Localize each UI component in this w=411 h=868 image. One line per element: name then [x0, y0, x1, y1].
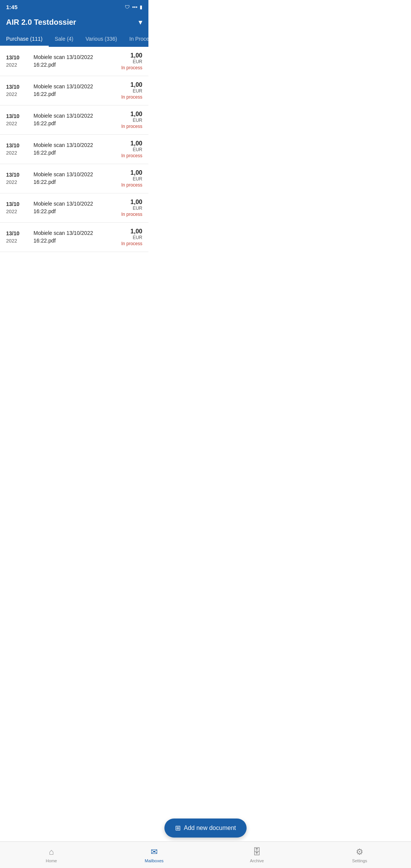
- item-filename-area: Mobiele scan 13/10/2022 16:22.pdf: [29, 140, 112, 158]
- item-filename-area: Mobiele scan 13/10/2022 16:22.pdf: [29, 81, 112, 100]
- item-date: 13/10 2022: [6, 81, 29, 100]
- item-date: 13/10 2022: [6, 169, 29, 188]
- home-icon: ⌂: [49, 847, 54, 857]
- nav-home-label: Home: [46, 858, 57, 863]
- item-status: In process: [121, 153, 142, 158]
- nav-mailboxes[interactable]: ✉ Mailboxes: [103, 842, 148, 868]
- item-amount-area: 1,00 EUR In process: [112, 169, 142, 188]
- item-amount-area: 1,00 EUR In process: [112, 140, 142, 158]
- item-filename-area: Mobiele scan 13/10/2022 16:22.pdf: [29, 52, 112, 70]
- list-item[interactable]: 13/10 2022 Mobiele scan 13/10/2022 16:22…: [0, 223, 148, 252]
- list-item[interactable]: 13/10 2022 Mobiele scan 13/10/2022 16:22…: [0, 164, 148, 193]
- item-filename: Mobiele scan 13/10/2022 16:22.pdf: [33, 171, 107, 186]
- item-amount: 1,00: [131, 228, 142, 235]
- item-amount: 1,00: [131, 199, 142, 206]
- tab-sale[interactable]: Sale (4): [49, 32, 80, 47]
- item-currency: EUR: [133, 235, 142, 240]
- tab-bar: Purchase (111) Sale (4) Various (336) In…: [0, 32, 148, 47]
- item-filename: Mobiele scan 13/10/2022 16:22.pdf: [33, 230, 107, 244]
- item-status: In process: [121, 124, 142, 129]
- item-status: In process: [121, 65, 142, 70]
- document-list: 13/10 2022 Mobiele scan 13/10/2022 16:22…: [0, 47, 148, 309]
- list-item[interactable]: 13/10 2022 Mobiele scan 13/10/2022 16:22…: [0, 47, 148, 76]
- list-item[interactable]: 13/10 2022 Mobiele scan 13/10/2022 16:22…: [0, 193, 148, 223]
- item-currency: EUR: [133, 176, 142, 182]
- item-status: In process: [121, 94, 142, 100]
- item-amount-area: 1,00 EUR In process: [112, 228, 142, 246]
- signal-icon: ▪▪▪: [132, 4, 137, 10]
- item-filename-area: Mobiele scan 13/10/2022 16:22.pdf: [29, 111, 112, 129]
- nav-home[interactable]: ⌂ Home: [0, 842, 103, 868]
- status-time: 1:45: [6, 4, 18, 10]
- item-date: 13/10 2022: [6, 228, 29, 246]
- item-filename-area: Mobiele scan 13/10/2022 16:22.pdf: [29, 228, 112, 246]
- tab-purchase[interactable]: Purchase (111): [0, 32, 49, 47]
- tab-inprocess[interactable]: In Process (: [123, 32, 148, 47]
- item-amount-area: 1,00 EUR In process: [112, 52, 142, 70]
- tab-various[interactable]: Various (336): [80, 32, 123, 47]
- item-amount: 1,00: [131, 140, 142, 147]
- item-date: 13/10 2022: [6, 111, 29, 129]
- status-bar: 1:45 🛡 ▪▪▪ ▮: [0, 0, 148, 14]
- app-header: AIR 2.0 Testdossier ▾: [0, 14, 148, 32]
- item-currency: EUR: [133, 59, 142, 64]
- item-filename: Mobiele scan 13/10/2022 16:22.pdf: [33, 142, 107, 156]
- item-status: In process: [121, 212, 142, 217]
- item-amount: 1,00: [131, 111, 142, 118]
- item-currency: EUR: [133, 88, 142, 94]
- list-item[interactable]: 13/10 2022 Mobiele scan 13/10/2022 16:22…: [0, 135, 148, 164]
- item-status: In process: [121, 182, 142, 188]
- menu-icon[interactable]: ▾: [139, 18, 142, 27]
- item-filename-area: Mobiele scan 13/10/2022 16:22.pdf: [29, 169, 112, 188]
- item-amount: 1,00: [131, 169, 142, 176]
- nav-mailboxes-label: Mailboxes: [145, 858, 148, 863]
- item-filename: Mobiele scan 13/10/2022 16:22.pdf: [33, 83, 107, 98]
- status-icons: 🛡 ▪▪▪ ▮: [125, 4, 142, 10]
- item-currency: EUR: [133, 147, 142, 152]
- item-filename: Mobiele scan 13/10/2022 16:22.pdf: [33, 54, 107, 69]
- item-amount-area: 1,00 EUR In process: [112, 81, 142, 100]
- item-date: 13/10 2022: [6, 199, 29, 217]
- item-currency: EUR: [133, 206, 142, 211]
- list-item[interactable]: 13/10 2022 Mobiele scan 13/10/2022 16:22…: [0, 105, 148, 135]
- security-icon: 🛡: [125, 4, 130, 10]
- item-amount: 1,00: [131, 81, 142, 88]
- item-date: 13/10 2022: [6, 140, 29, 158]
- item-filename-area: Mobiele scan 13/10/2022 16:22.pdf: [29, 199, 112, 217]
- item-filename: Mobiele scan 13/10/2022 16:22.pdf: [33, 200, 107, 215]
- bottom-nav: ⌂ Home ✉ Mailboxes 🗄 Archive ⚙ Settings: [0, 841, 148, 868]
- list-item[interactable]: 13/10 2022 Mobiele scan 13/10/2022 16:22…: [0, 76, 148, 105]
- header-title: AIR 2.0 Testdossier: [6, 18, 76, 27]
- item-currency: EUR: [133, 118, 142, 123]
- item-amount: 1,00: [131, 52, 142, 59]
- item-amount-area: 1,00 EUR In process: [112, 111, 142, 129]
- item-amount-area: 1,00 EUR In process: [112, 199, 142, 217]
- item-filename: Mobiele scan 13/10/2022 16:22.pdf: [33, 112, 107, 127]
- battery-icon: ▮: [140, 4, 142, 10]
- item-status: In process: [121, 241, 142, 246]
- item-date: 13/10 2022: [6, 52, 29, 70]
